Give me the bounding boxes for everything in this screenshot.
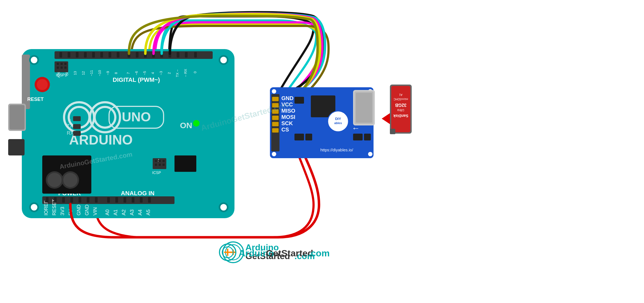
ultra-label: Ultra [397,108,404,112]
svg-rect-46 [155,164,157,166]
svg-point-7 [37,79,48,90]
svg-rect-39 [57,67,59,69]
svg-rect-99 [353,134,363,140]
svg-rect-55 [87,197,89,203]
svg-rect-44 [159,160,161,162]
pin-5: ~5 [143,71,147,75]
svg-rect-58 [107,197,110,203]
svg-rect-48 [162,164,165,166]
pin-8: 8 [114,72,118,74]
svg-rect-65 [174,155,196,172]
svg-rect-50 [46,197,49,203]
svg-point-71 [220,57,227,63]
svg-rect-18 [59,52,62,58]
analog-label: ANALOG IN [121,190,154,197]
microsd-label: microSDHC [394,98,408,101]
diagram-container: RESET UNO ARDUINO ON TX RX L [0,0,644,303]
pin-6: ~6 [134,71,139,75]
svg-rect-32 [177,52,179,58]
pin-ioref: IOREF [43,200,49,215]
svg-point-82 [272,152,276,156]
svg-rect-20 [76,52,79,58]
pin-a2: A2 [121,209,127,215]
svg-rect-25 [117,52,119,58]
svg-rect-63 [148,197,151,203]
card-insert-arrow: ← [352,124,360,133]
pin-gnd2: GND [84,205,90,215]
svg-rect-23 [100,52,103,58]
svg-rect-27 [136,52,139,58]
svg-rect-43 [155,160,157,162]
pin-0: 0 [193,71,197,73]
svg-rect-19 [68,52,70,58]
sd-pin-cs: CS [281,127,289,133]
svg-rect-56 [95,197,98,203]
svg-rect-34 [194,52,197,58]
svg-rect-33 [185,52,188,58]
svg-rect-52 [62,197,65,203]
svg-rect-102 [305,134,312,140]
pin-vin: VIN [92,207,98,215]
pin-13: 13 [73,71,77,75]
pin-11: ~11 [89,70,94,76]
pin-3v3: 3V3 [60,207,65,215]
svg-point-69 [31,204,37,211]
svg-point-73 [220,204,227,211]
svg-rect-96 [272,128,279,133]
svg-rect-4 [10,105,25,130]
svg-rect-61 [132,197,134,203]
on-label: ON [180,121,192,130]
size-label: 32GB [395,103,407,107]
pin-3: ~3 [159,71,163,75]
icsp-label: ICSP [152,170,161,175]
diyables-url: https://diyables.io/ [320,148,353,152]
svg-rect-60 [124,197,126,203]
diy-logo-text2: ables [334,121,342,125]
svg-rect-91 [272,97,279,101]
pin-10: ~10 [98,70,102,76]
pin-4: 4 [151,72,155,74]
svg-point-67 [31,57,37,63]
svg-rect-36 [57,63,59,65]
svg-rect-51 [54,197,57,203]
svg-rect-24 [109,52,111,58]
l-label: L [68,116,71,121]
svg-rect-89 [356,93,372,123]
pin-9: ~9 [106,71,110,75]
svg-point-75 [47,173,62,187]
svg-rect-21 [84,52,87,58]
svg-rect-14 [73,124,81,129]
svg-rect-37 [61,63,63,65]
tx-label: TX [67,123,73,129]
pin-12: 12 [81,71,85,75]
pin-a5: A5 [146,209,151,215]
sd-pin-sck: SCK [281,120,293,126]
sd-pin-mosi: MOSI [281,114,295,120]
svg-rect-107 [390,129,395,134]
sandisk-label: SanDisk [393,114,408,118]
svg-point-80 [272,89,276,94]
svg-point-13 [193,120,200,127]
svg-rect-54 [79,197,81,203]
pin-a1: A1 [113,209,118,215]
svg-rect-100 [364,134,371,140]
svg-rect-40 [61,67,63,69]
svg-rect-47 [159,164,161,166]
svg-rect-53 [70,197,73,203]
svg-rect-95 [272,122,279,126]
pin-a3: A3 [129,209,135,215]
pin-2: 2 [167,72,171,74]
pin-a4: A4 [137,209,143,215]
diy-logo-text1: DIY [335,117,341,121]
svg-rect-5 [8,139,25,155]
attribution-text3: .com [308,248,330,258]
rx-label: RX [67,130,74,136]
reset-label: RESET [27,97,44,102]
svg-rect-62 [140,197,143,203]
icsp2-label: ICSP2 [56,73,67,77]
digital-label: DIGITAL (PWM~) [113,76,160,83]
attribution-text2: GetStarted [266,248,313,258]
svg-rect-45 [162,160,165,162]
svg-rect-38 [64,63,67,65]
pin-a0: A0 [105,209,110,215]
